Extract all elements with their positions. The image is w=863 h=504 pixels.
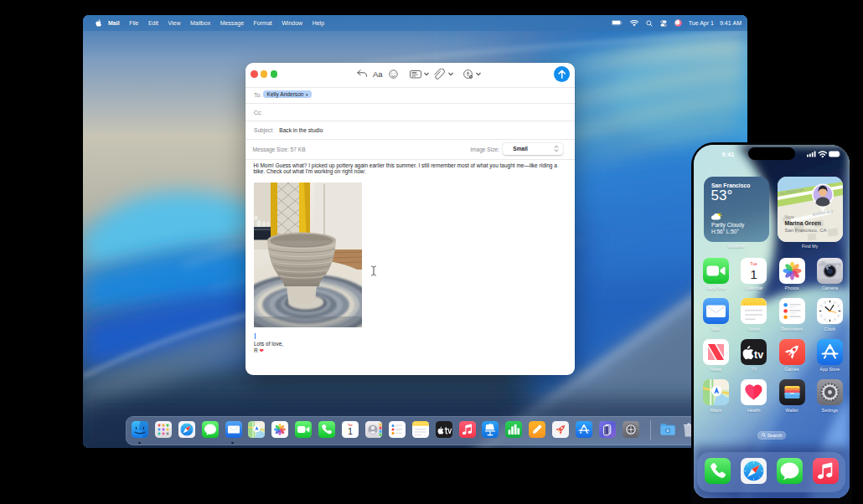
svg-text:Tue: Tue [750,261,757,266]
svg-text:tv: tv [754,348,763,360]
svg-text:1: 1 [348,427,353,436]
svg-text:Aa: Aa [373,69,383,79]
svg-text:1: 1 [750,266,757,280]
